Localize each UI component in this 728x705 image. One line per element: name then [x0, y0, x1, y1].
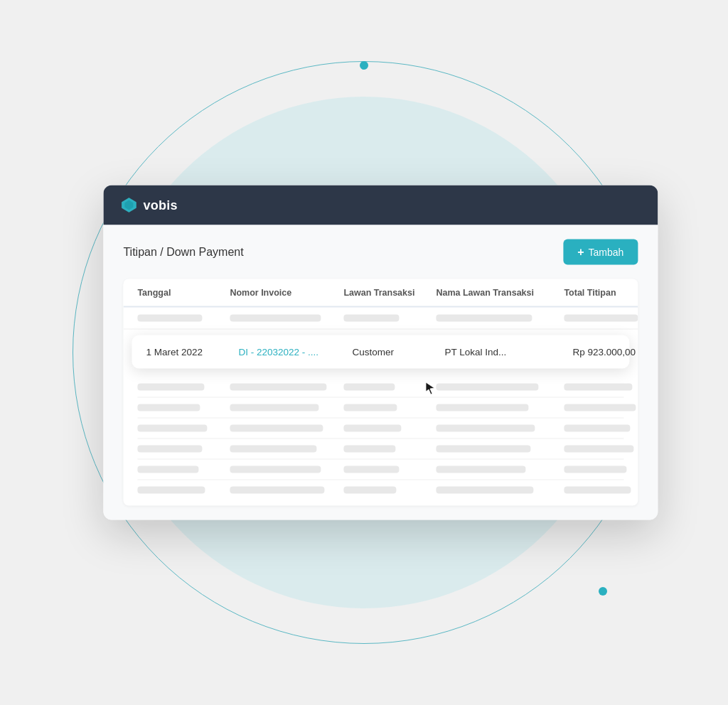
sk2: [230, 315, 321, 322]
header-row: Titipan / Down Payment + Tambah: [123, 240, 638, 265]
col-nomor-invoice: Nomor Invoice: [230, 288, 343, 298]
cell-nama-lawan-transaksi: PT Lokal Ind...: [444, 347, 572, 357]
logo-text: vobis: [143, 198, 178, 212]
skeleton-row-4: [137, 419, 623, 439]
col-tanggal: Tanggal: [137, 288, 230, 298]
table-wrapper: Tanggal Nomor Invoice Lawan Transaksi Na…: [123, 279, 638, 506]
cell-invoice: DI - 22032022 - ....: [238, 347, 352, 357]
skeleton-row-2: [137, 377, 623, 398]
dot-bottom-right: [599, 587, 607, 596]
sk4: [436, 315, 532, 322]
sk1: [137, 315, 202, 322]
plus-icon: +: [577, 246, 584, 259]
skeleton-row-7: [137, 480, 623, 500]
app-window: vobis Titipan / Down Payment + Tambah Ta…: [103, 185, 658, 520]
cell-total-titipan: Rp 923.000,00: [572, 347, 638, 357]
skeleton-row-5: [137, 439, 623, 460]
logo-icon: [120, 197, 137, 214]
skeleton-row-before: [123, 308, 638, 330]
sk3: [343, 315, 399, 322]
col-total-titipan: Total Titipan: [564, 288, 638, 298]
skeleton-section-below: [123, 375, 638, 506]
col-nama-lawan-transaksi: Nama Lawan Transaksi: [436, 288, 564, 298]
cell-date: 1 Maret 2022: [146, 347, 238, 357]
dot-top: [360, 61, 368, 70]
highlighted-row[interactable]: 1 Maret 2022 DI - 22032022 - .... Custom…: [132, 335, 629, 369]
add-button[interactable]: + Tambah: [563, 240, 638, 265]
add-button-label: Tambah: [589, 247, 624, 258]
sk5: [564, 315, 638, 322]
title-bar: vobis: [103, 185, 658, 225]
main-content: Titipan / Down Payment + Tambah Tanggal …: [103, 225, 658, 520]
page-title: Titipan / Down Payment: [123, 246, 243, 259]
cell-lawan-transaksi: Customer: [352, 347, 444, 357]
skeleton-row-3: [137, 398, 623, 419]
col-lawan-transaksi: Lawan Transaksi: [343, 288, 436, 298]
table-header: Tanggal Nomor Invoice Lawan Transaksi Na…: [123, 279, 638, 308]
cursor: [424, 381, 436, 395]
skeleton-row-6: [137, 460, 623, 480]
